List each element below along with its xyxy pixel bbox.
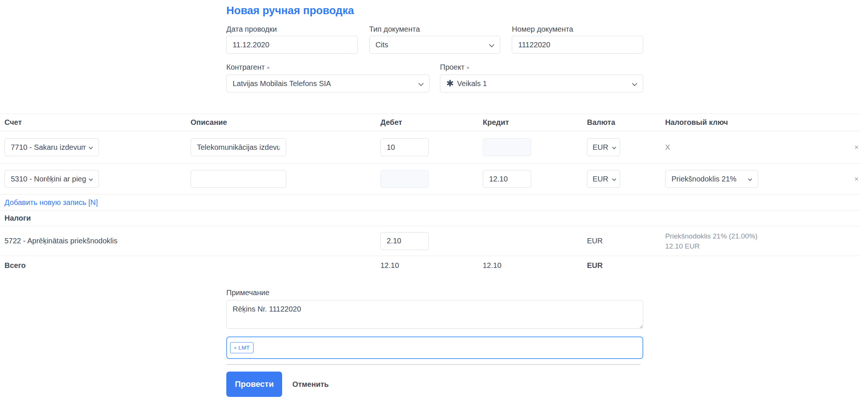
totals-row: Всего 12.10 12.10 EUR xyxy=(0,256,861,275)
tax-amount-input[interactable] xyxy=(380,232,429,250)
currency-value: EUR xyxy=(593,175,608,183)
project-clear-icon[interactable]: × xyxy=(466,65,469,71)
add-new-row-link[interactable]: Добавить новую запись [N] xyxy=(4,198,98,206)
col-header-account: Счет xyxy=(0,118,186,127)
project-label: Проект× xyxy=(440,63,643,72)
tags-input[interactable]: × LMT xyxy=(226,337,643,359)
add-row-line: Добавить новую запись [N] xyxy=(0,195,861,211)
col-header-tax-key: Налоговый ключ xyxy=(661,118,852,127)
table-header-row: Счет Описание Дебет Кредит Валюта Налого… xyxy=(0,114,861,131)
counterparty-value: Latvijas Mobilais Telefons SIA xyxy=(233,79,331,88)
note-label: Примечание xyxy=(226,288,643,297)
table-row: 5310 - Norēķini ar piegādā EUR xyxy=(0,164,861,195)
totals-debit: 12.10 xyxy=(376,261,478,270)
entry-form-footer: Примечание Rēķins Nr. 11122020 × LMT Про… xyxy=(226,288,643,397)
currency-value: EUR xyxy=(593,143,608,152)
credit-input-disabled xyxy=(483,138,531,156)
project-value: Veikals 1 xyxy=(457,79,487,88)
debit-input-disabled xyxy=(380,170,429,188)
entry-form-header: Новая ручная проводка Дата проводки Тип … xyxy=(226,4,643,92)
doc-type-label: Тип документа xyxy=(369,25,501,34)
tax-key-value: Priekšnodoklis 21% xyxy=(671,175,737,183)
col-header-credit: Кредит xyxy=(478,118,583,127)
note-field-group: Примечание Rēķins Nr. 11122020 xyxy=(226,288,643,331)
delete-row-icon[interactable]: × xyxy=(852,175,861,183)
doc-type-value: Cits xyxy=(376,41,388,49)
project-select[interactable]: ✱ Veikals 1 xyxy=(440,75,643,92)
page-title: Новая ручная проводка xyxy=(226,4,643,17)
counterparty-field-group: Контрагент× Latvijas Mobilais Telefons S… xyxy=(226,63,430,92)
tax-key-value: X xyxy=(661,143,852,152)
tax-currency-label: EUR xyxy=(583,237,661,245)
cancel-button[interactable]: Отменить xyxy=(292,380,329,389)
posting-date-field-group: Дата проводки xyxy=(226,25,358,54)
description-input[interactable] xyxy=(191,170,286,188)
totals-currency: EUR xyxy=(583,261,661,270)
tax-key-info: Priekšnodoklis 21% (21.00%) xyxy=(665,231,852,241)
account-select[interactable]: 7710 - Sakaru izdevumi xyxy=(4,138,99,156)
chevron-down-icon xyxy=(419,81,423,86)
footer-divider xyxy=(226,364,641,365)
chevron-down-icon xyxy=(89,177,93,181)
tag-remove-icon[interactable]: × xyxy=(234,345,237,350)
action-buttons: Провести Отменить xyxy=(226,372,643,397)
posting-date-input[interactable] xyxy=(226,36,358,54)
project-asterisk-icon: ✱ xyxy=(446,79,454,88)
col-header-description: Описание xyxy=(186,118,376,127)
tax-calculation-row: 5722 - Aprēķinātais priekšnodoklis EUR P… xyxy=(0,226,861,256)
taxes-section-label: Налоги xyxy=(0,214,861,222)
posting-date-label: Дата проводки xyxy=(226,25,358,34)
account-value: 7710 - Sakaru izdevumi xyxy=(11,143,86,152)
taxes-section-row: Налоги xyxy=(0,211,861,226)
project-field-group: Проект× ✱ Veikals 1 xyxy=(440,63,643,92)
table-row: 7710 - Sakaru izdevumi EUR X × xyxy=(0,131,861,164)
totals-credit: 12.10 xyxy=(478,261,583,270)
chevron-down-icon xyxy=(632,81,637,86)
chevron-down-icon xyxy=(489,42,494,47)
account-value: 5310 - Norēķini ar piegādā xyxy=(11,175,86,183)
account-select[interactable]: 5310 - Norēķini ar piegādā xyxy=(4,170,99,188)
submit-button[interactable]: Провести xyxy=(226,372,282,397)
tax-key-select[interactable]: Priekšnodoklis 21% xyxy=(665,170,758,188)
counterparty-select[interactable]: Latvijas Mobilais Telefons SIA xyxy=(226,75,430,92)
currency-select[interactable]: EUR xyxy=(587,138,620,156)
chevron-down-icon xyxy=(612,145,616,149)
tag-chip: × LMT xyxy=(230,342,253,353)
doc-type-field-group: Тип документа Cits xyxy=(369,25,501,54)
totals-label: Всего xyxy=(0,261,376,270)
doc-type-select[interactable]: Cits xyxy=(369,36,501,54)
description-input[interactable] xyxy=(191,138,286,156)
form-row-2: Контрагент× Latvijas Mobilais Telefons S… xyxy=(226,63,643,92)
currency-select[interactable]: EUR xyxy=(587,170,620,188)
counterparty-clear-icon[interactable]: × xyxy=(267,65,269,71)
tax-base-info: 12.10 EUR xyxy=(665,241,852,251)
doc-number-field-group: Номер документа xyxy=(512,25,643,54)
new-manual-entry-page: Новая ручная проводка Дата проводки Тип … xyxy=(0,4,868,397)
tax-account-label: 5722 - Aprēķinātais priekšnodoklis xyxy=(0,237,376,245)
entries-table: Счет Описание Дебет Кредит Валюта Налого… xyxy=(0,114,861,275)
form-row-1: Дата проводки Тип документа Cits Номер д… xyxy=(226,25,643,54)
col-header-debit: Дебет xyxy=(376,118,478,127)
note-textarea[interactable]: Rēķins Nr. 11122020 xyxy=(226,300,643,329)
doc-number-input[interactable] xyxy=(512,36,643,54)
col-header-currency: Валюта xyxy=(583,118,661,127)
chevron-down-icon xyxy=(748,177,752,181)
chevron-down-icon xyxy=(89,145,93,149)
tag-label: LMT xyxy=(239,344,250,351)
debit-input[interactable] xyxy=(380,138,429,156)
delete-row-icon[interactable]: × xyxy=(852,143,861,151)
counterparty-label: Контрагент× xyxy=(226,63,430,72)
chevron-down-icon xyxy=(612,177,616,181)
credit-input[interactable] xyxy=(483,170,531,188)
doc-number-label: Номер документа xyxy=(512,25,643,34)
